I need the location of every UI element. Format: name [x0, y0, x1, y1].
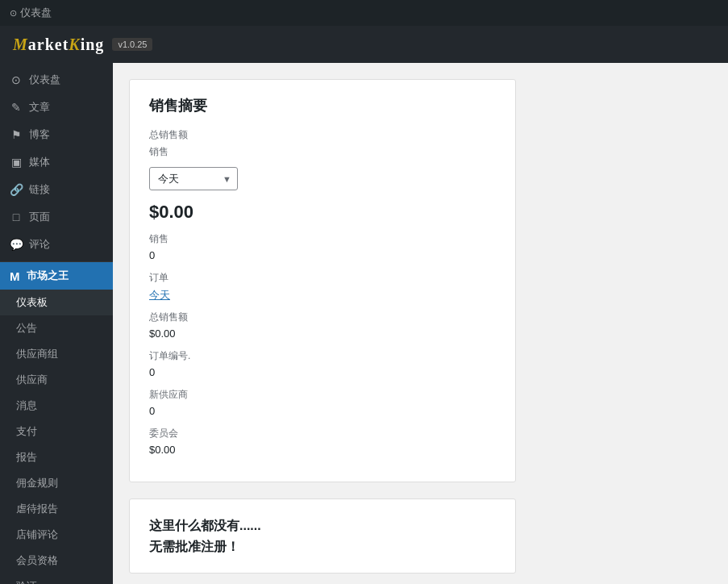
empty-state-card: 这里什么都没有...... 无需批准注册！ [129, 498, 516, 574]
sidebar: ⊙ 仪表盘 ✎ 文章 ⚑ 博客 ▣ 媒体 🔗 链接 □ 页面 [0, 63, 113, 584]
orders-label: 订单 [149, 271, 496, 285]
sidebar-submenu: 仪表板 公告 供应商组 供应商 消息 支付 报告 佣金规则 虐待报告 店铺评论 … [0, 290, 113, 584]
sidebar-item-mk-announcement[interactable]: 公告 [0, 315, 113, 341]
blog-icon: ⚑ [10, 128, 23, 141]
sales-count: 0 [149, 249, 496, 261]
sidebar-item-mk-verify[interactable]: 验证 [0, 574, 113, 584]
sales-amount: $0.00 [149, 202, 496, 223]
new-vendor-label: 新供应商 [149, 388, 496, 402]
sales-summary-card: 销售摘要 总销售额 销售 今天 本周 本月 今年 ▼ $0.00 销售 0 订单… [129, 79, 516, 482]
sidebar-item-mk-commission[interactable]: 佣金规则 [0, 470, 113, 496]
sidebar-item-mk-reports[interactable]: 报告 [0, 444, 113, 470]
links-icon: 🔗 [10, 183, 23, 196]
dashboard-topbar-icon: ⊙ [10, 8, 17, 19]
sales-period-select[interactable]: 今天 本周 本月 今年 [149, 167, 238, 190]
marketking-icon: M [10, 269, 20, 283]
sidebar-item-posts[interactable]: ✎ 文章 [0, 94, 113, 121]
brandbar: MarketKing v1.0.25 [0, 26, 728, 63]
comments-icon: 💬 [10, 238, 23, 251]
posts-icon: ✎ [10, 101, 23, 114]
order-no-label: 订单编号. [149, 349, 496, 363]
commission-label: 委员会 [149, 427, 496, 440]
sales-period-select-wrap: 今天 本周 本月 今年 ▼ [149, 167, 238, 190]
brand-version: v1.0.25 [112, 38, 152, 51]
sidebar-item-mk-messages[interactable]: 消息 [0, 393, 113, 419]
sales-count-label: 销售 [149, 232, 496, 246]
total-amount: $0.00 [149, 327, 496, 340]
pages-icon: □ [10, 211, 23, 223]
sidebar-item-mk-abuse[interactable]: 虐待报告 [0, 496, 113, 522]
order-no: 0 [149, 366, 496, 378]
new-vendor: 0 [149, 405, 496, 417]
sidebar-item-comments[interactable]: 💬 评论 [0, 231, 113, 258]
sidebar-top-section: ⊙ 仪表盘 ✎ 文章 ⚑ 博客 ▣ 媒体 🔗 链接 □ 页面 [0, 63, 113, 262]
topbar-dashboard[interactable]: ⊙ 仪表盘 [10, 6, 52, 20]
topbar: ⊙ 仪表盘 [0, 0, 728, 26]
total-sales-label2: 总销售额 [149, 311, 496, 324]
brand-logo: MarketKing [13, 35, 104, 54]
total-sales-label: 总销售额 [149, 128, 496, 142]
sidebar-item-mk-dashboard[interactable]: 仪表板 [0, 290, 113, 315]
sidebar-item-mk-reviews[interactable]: 店铺评论 [0, 522, 113, 548]
card-title: 销售摘要 [149, 96, 496, 115]
sidebar-item-dashboard[interactable]: ⊙ 仪表盘 [0, 66, 113, 94]
sidebar-item-media[interactable]: ▣ 媒体 [0, 148, 113, 176]
marketking-header[interactable]: M 市场之王 [0, 262, 113, 290]
sidebar-item-mk-membership[interactable]: 会员资格 [0, 548, 113, 574]
sidebar-item-links[interactable]: 🔗 链接 [0, 176, 113, 203]
commission: $0.00 [149, 444, 496, 456]
sidebar-item-mk-payments[interactable]: 支付 [0, 419, 113, 444]
sidebar-item-mk-vendors[interactable]: 供应商 [0, 367, 113, 393]
today-link[interactable]: 今天 [149, 289, 170, 301]
sidebar-item-blog[interactable]: ⚑ 博客 [0, 121, 113, 148]
sidebar-item-mk-vendor-groups[interactable]: 供应商组 [0, 341, 113, 367]
empty-state-text: 这里什么都没有...... 无需批准注册！ [149, 515, 496, 557]
main-content: 销售摘要 总销售额 销售 今天 本周 本月 今年 ▼ $0.00 销售 0 订单… [113, 63, 728, 584]
dashboard-icon: ⊙ [10, 73, 23, 86]
sidebar-item-pages[interactable]: □ 页面 [0, 203, 113, 231]
media-icon: ▣ [10, 156, 23, 169]
sales-filter-label: 销售 [149, 145, 496, 159]
